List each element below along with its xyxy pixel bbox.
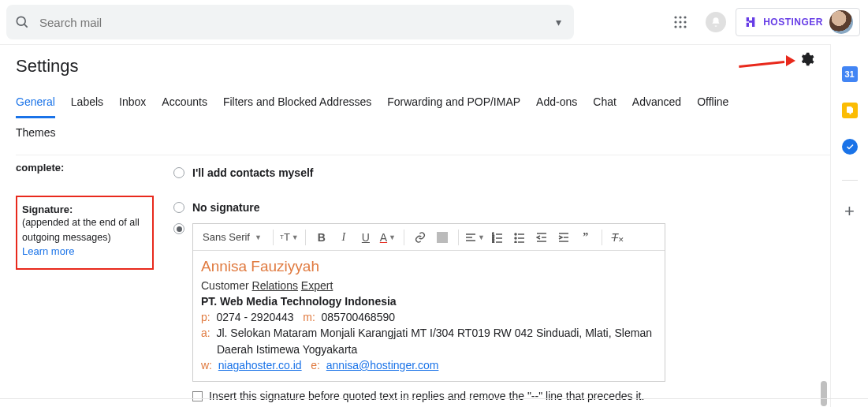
signature-body[interactable]: Annisa Fauziyyah Customer Relations Expe…	[193, 251, 665, 381]
topbar-right: HOSTINGER	[665, 0, 860, 44]
sig-name: Annisa Fauziyyah	[201, 256, 657, 278]
chevron-down-icon: ▼	[255, 233, 262, 241]
search-icon	[14, 14, 30, 30]
calendar-icon[interactable]: 31	[842, 66, 858, 82]
svg-text:3: 3	[492, 240, 494, 243]
brand-label: HOSTINGER	[763, 17, 823, 28]
svg-point-20	[515, 233, 516, 235]
toolbar-separator	[404, 230, 404, 245]
sig-m-label: m:	[303, 311, 315, 323]
bold-button[interactable]: B	[312, 228, 331, 247]
tab-chat[interactable]: Chat	[593, 92, 617, 118]
underline-button[interactable]: U	[356, 228, 375, 247]
search-box[interactable]: ▾	[6, 5, 574, 39]
text-color-button[interactable]: A▼	[378, 228, 397, 247]
toolbar-separator	[602, 230, 602, 245]
settings-tabs-row2: Themes	[16, 123, 830, 155]
sig-job-b: Relations	[252, 279, 298, 292]
nosignature-radio-label: No signature	[192, 201, 260, 214]
tab-addons[interactable]: Add-ons	[536, 92, 577, 118]
sig-e-label: e:	[311, 359, 320, 372]
insert-signature-label: Insert this signature before quoted text…	[209, 390, 644, 402]
remove-format-button[interactable]: T✕	[609, 228, 628, 247]
signature-learn-more-link[interactable]: Learn more	[22, 245, 146, 257]
sig-web-link[interactable]: niagahoster.co.id	[218, 359, 302, 372]
font-select[interactable]: Sans Serif ▼	[198, 231, 266, 243]
svg-point-5	[675, 21, 677, 23]
svg-line-1	[24, 24, 28, 28]
svg-point-9	[680, 25, 682, 28]
tab-advanced[interactable]: Advanced	[632, 92, 681, 118]
toolbar-separator	[305, 230, 306, 245]
tab-accounts[interactable]: Accounts	[162, 92, 207, 118]
font-select-label: Sans Serif	[203, 231, 250, 243]
sig-job-c: Expert	[301, 279, 333, 292]
sig-phone: 0274 - 2920443	[216, 311, 293, 323]
sig-phone-line: p: 0274 - 2920443 m: 085700468590	[201, 309, 657, 325]
settings-right-column: I'll add contacts myself No signature Sa…	[173, 160, 830, 407]
signature-title: Signature:	[22, 204, 146, 215]
sig-a-label: a:	[201, 327, 210, 339]
side-panel: 31 +	[830, 44, 868, 407]
tab-general[interactable]: General	[16, 92, 55, 118]
svg-point-7	[684, 21, 687, 23]
search-input[interactable]	[30, 15, 551, 30]
sig-addr-line: a: Jl. Selokan Mataram Monjali Karangjat…	[201, 325, 657, 341]
indent-more-button[interactable]	[554, 228, 573, 247]
brand-chip[interactable]: HOSTINGER	[736, 8, 860, 36]
link-button[interactable]	[411, 228, 430, 247]
text-size-button[interactable]: TT▼	[280, 228, 299, 247]
contacts-radio[interactable]	[173, 167, 184, 178]
quote-button[interactable]: ”	[576, 228, 595, 247]
insert-signature-row: Insert this signature before quoted text…	[192, 390, 830, 402]
keep-icon[interactable]	[842, 103, 858, 118]
sig-addr2: Daerah Istimewa Yogyakarta	[217, 343, 357, 356]
settings-tabs: General Labels Inbox Accounts Filters an…	[16, 92, 830, 118]
bottom-divider	[0, 398, 868, 399]
contacts-radio-row[interactable]: I'll add contacts myself	[173, 162, 830, 184]
sig-company: PT. Web Media Technology Indonesia	[201, 293, 657, 309]
tab-inbox[interactable]: Inbox	[119, 92, 146, 118]
customsignature-radio[interactable]	[173, 223, 184, 234]
tab-filters[interactable]: Filters and Blocked Addresses	[223, 92, 371, 118]
sig-email-link[interactable]: annisa@hostinger.com	[326, 359, 439, 372]
align-button[interactable]: ▼	[465, 228, 485, 247]
italic-button[interactable]: I	[334, 228, 353, 247]
tasks-icon[interactable]	[842, 139, 858, 155]
numbered-list-button[interactable]: 123	[488, 228, 507, 247]
tab-labels[interactable]: Labels	[71, 92, 103, 118]
sig-job: Customer Relations Expert	[201, 278, 657, 293]
insert-signature-checkbox[interactable]	[192, 391, 203, 401]
gear-annotation	[739, 51, 814, 69]
settings-content: complete: Signature: (appended at the en…	[16, 160, 830, 407]
scrollbar-thumb[interactable]	[821, 381, 827, 406]
annotation-arrow-icon	[739, 53, 794, 69]
bullet-list-button[interactable]	[510, 228, 529, 247]
image-button[interactable]	[433, 228, 452, 247]
settings-gear-icon[interactable]	[799, 51, 814, 69]
apps-grid-icon[interactable]	[665, 6, 696, 38]
sig-mobile: 085700468590	[322, 311, 395, 323]
svg-point-22	[515, 237, 516, 239]
signature-editor[interactable]: Sans Serif ▼ TT▼ B I U A▼ ▼ 123	[192, 223, 665, 382]
tab-themes[interactable]: Themes	[16, 123, 56, 147]
toolbar-separator	[273, 230, 274, 245]
side-panel-add-icon[interactable]: +	[844, 201, 855, 222]
sig-w-label: w:	[201, 359, 212, 372]
nosignature-radio[interactable]	[173, 202, 184, 213]
notifications-icon[interactable]	[706, 12, 726, 32]
editor-toolbar: Sans Serif ▼ TT▼ B I U A▼ ▼ 123	[193, 224, 665, 251]
avatar[interactable]	[829, 10, 853, 34]
main: Settings General Labels Inbox Accounts F…	[0, 44, 830, 407]
sig-addr1: Jl. Selokan Mataram Monjali Karangjati M…	[216, 327, 652, 339]
signature-desc: (appended at the end of all outgoing mes…	[22, 215, 146, 245]
tab-offline[interactable]: Offline	[697, 92, 728, 118]
indent-less-button[interactable]	[532, 228, 551, 247]
svg-point-2	[675, 16, 677, 18]
tab-forwarding[interactable]: Forwarding and POP/IMAP	[387, 92, 520, 118]
svg-point-10	[684, 25, 687, 28]
svg-point-6	[680, 21, 682, 23]
nosig-radio-row[interactable]: No signature	[173, 196, 830, 218]
sig-job-a: Customer	[201, 279, 249, 292]
search-dropdown-icon[interactable]: ▾	[551, 16, 566, 28]
